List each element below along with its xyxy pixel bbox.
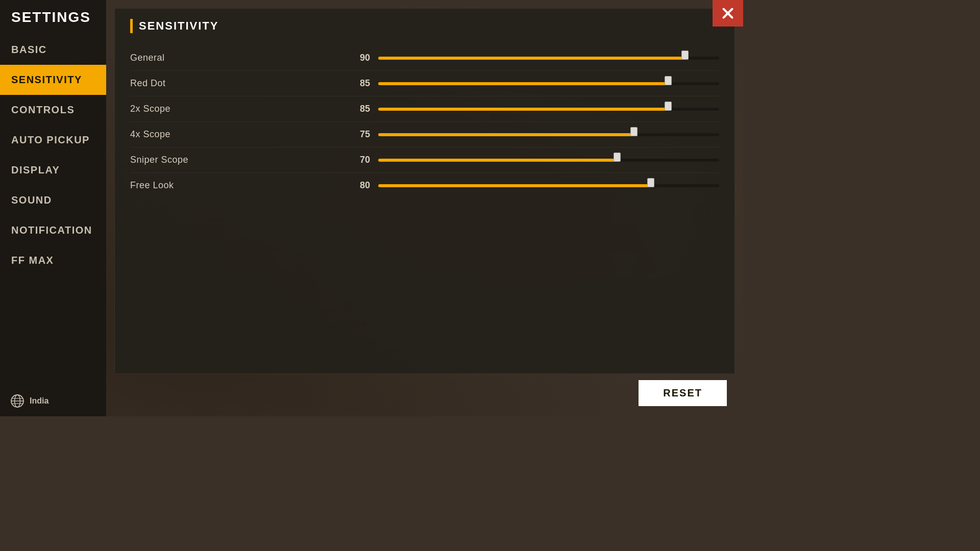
- slider-fill-red-dot: [378, 82, 668, 85]
- sidebar-item-controls[interactable]: CONTROLS: [0, 95, 106, 125]
- section-header: SENSITIVITY: [130, 19, 719, 33]
- slider-fill-free-look: [378, 184, 651, 187]
- slider-track-4x-scope: [378, 133, 719, 136]
- slider-label-2x-scope: 2x Scope: [130, 104, 345, 114]
- main-content: SENSITIVITY General90Red Dot852x Scope85…: [106, 0, 743, 416]
- slider-track-2x-scope: [378, 108, 719, 111]
- slider-track-general: [378, 57, 719, 60]
- slider-container-sniper-scope[interactable]: [378, 155, 719, 165]
- section-title: SENSITIVITY: [139, 19, 218, 33]
- slider-thumb-4x-scope[interactable]: [630, 127, 638, 136]
- slider-track-red-dot: [378, 82, 719, 85]
- slider-container-red-dot[interactable]: [378, 79, 719, 89]
- bottom-bar: RESET: [114, 374, 735, 410]
- slider-label-red-dot: Red Dot: [130, 78, 345, 89]
- slider-fill-4x-scope: [378, 133, 634, 136]
- sidebar-item-display[interactable]: DISPLAY: [0, 155, 106, 185]
- slider-thumb-2x-scope[interactable]: [665, 102, 672, 111]
- slider-label-4x-scope: 4x Scope: [130, 129, 345, 140]
- slider-fill-sniper-scope: [378, 159, 617, 162]
- sidebar: SETTINGS BASICSENSITIVITYCONTROLSAUTO PI…: [0, 0, 106, 416]
- slider-row-general: General90: [130, 45, 719, 71]
- sidebar-nav: BASICSENSITIVITYCONTROLSAUTO PICKUPDISPL…: [0, 35, 106, 386]
- sidebar-footer: India: [0, 386, 106, 416]
- sidebar-item-basic[interactable]: BASIC: [0, 35, 106, 65]
- slider-fill-2x-scope: [378, 108, 668, 111]
- slider-container-free-look[interactable]: [378, 181, 719, 191]
- close-button[interactable]: [713, 0, 743, 27]
- slider-row-4x-scope: 4x Scope75: [130, 122, 719, 147]
- slider-thumb-general[interactable]: [681, 51, 689, 60]
- slider-fill-general: [378, 57, 685, 60]
- content-panel: SENSITIVITY General90Red Dot852x Scope85…: [114, 8, 735, 374]
- sidebar-item-sound[interactable]: SOUND: [0, 185, 106, 215]
- slider-value-free-look: 80: [345, 180, 370, 191]
- reset-button[interactable]: RESET: [639, 380, 727, 406]
- slider-value-4x-scope: 75: [345, 129, 370, 140]
- sidebar-item-notification[interactable]: NOTIFICATION: [0, 215, 106, 245]
- slider-value-red-dot: 85: [345, 78, 370, 89]
- slider-container-2x-scope[interactable]: [378, 104, 719, 114]
- slider-value-2x-scope: 85: [345, 104, 370, 114]
- sidebar-item-sensitivity[interactable]: SENSITIVITY: [0, 65, 106, 95]
- slider-value-sniper-scope: 70: [345, 155, 370, 165]
- slider-label-sniper-scope: Sniper Scope: [130, 155, 345, 165]
- slider-track-free-look: [378, 184, 719, 187]
- sliders-container: General90Red Dot852x Scope854x Scope75Sn…: [130, 45, 719, 198]
- slider-track-sniper-scope: [378, 159, 719, 162]
- slider-value-general: 90: [345, 53, 370, 63]
- slider-row-free-look: Free Look80: [130, 173, 719, 198]
- slider-thumb-red-dot[interactable]: [665, 76, 672, 85]
- slider-thumb-sniper-scope[interactable]: [614, 153, 621, 162]
- slider-row-red-dot: Red Dot85: [130, 71, 719, 96]
- slider-label-free-look: Free Look: [130, 180, 345, 191]
- settings-title: SETTINGS: [0, 0, 106, 35]
- sidebar-item-ff-max[interactable]: FF MAX: [0, 245, 106, 276]
- slider-container-4x-scope[interactable]: [378, 130, 719, 140]
- slider-container-general[interactable]: [378, 53, 719, 63]
- slider-row-sniper-scope: Sniper Scope70: [130, 147, 719, 173]
- slider-row-2x-scope: 2x Scope85: [130, 96, 719, 122]
- slider-thumb-free-look[interactable]: [647, 178, 654, 187]
- globe-icon: [10, 394, 24, 408]
- slider-label-general: General: [130, 53, 345, 63]
- sidebar-item-auto-pickup[interactable]: AUTO PICKUP: [0, 125, 106, 155]
- section-bar-accent: [130, 19, 133, 33]
- region-label: India: [30, 396, 48, 406]
